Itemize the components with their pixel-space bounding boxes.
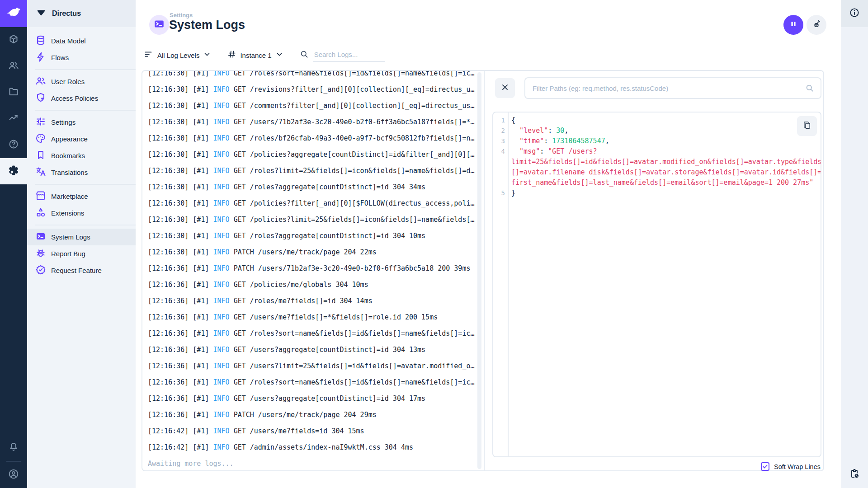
info-sidebar-collapsed bbox=[841, 0, 868, 488]
sidebar-item-label: Settings bbox=[51, 118, 75, 126]
log-list-scrollbar[interactable] bbox=[477, 72, 481, 469]
sidebar-item-data-model[interactable]: Data Model bbox=[27, 33, 136, 49]
log-row[interactable]: [12:16:36] [#1] INFO GET /roles/me?field… bbox=[148, 293, 476, 309]
sidebar-item-report-bug[interactable]: Report Bug bbox=[27, 245, 136, 262]
soft-wrap-label: Soft Wrap Lines bbox=[774, 463, 821, 470]
log-level-badge: INFO bbox=[213, 183, 230, 191]
log-row[interactable]: [12:16:36] [#1] INFO GET /users?aggregat… bbox=[148, 342, 476, 358]
project-name: Directus bbox=[52, 9, 81, 18]
broom-icon bbox=[811, 19, 821, 31]
project-header[interactable]: Directus bbox=[27, 0, 136, 27]
module-files[interactable] bbox=[0, 80, 27, 106]
log-row[interactable]: [12:16:36] [#1] INFO GET /users?limit=25… bbox=[148, 358, 476, 374]
logs-panel: [12:16:30] [#1] INFO GET /roles?sort=nam… bbox=[142, 70, 824, 471]
log-row[interactable]: [12:16:30] [#1] INFO GET /comments?filte… bbox=[148, 98, 476, 114]
log-level-filter[interactable]: All Log Levels bbox=[144, 49, 211, 61]
filter-paths-field bbox=[524, 77, 821, 99]
log-row[interactable]: [12:16:30] [#1] INFO GET /policies?limit… bbox=[148, 211, 476, 228]
directus-rabbit-icon bbox=[5, 5, 22, 23]
hash-icon bbox=[227, 50, 236, 61]
module-settings[interactable] bbox=[0, 158, 27, 184]
log-row[interactable]: [12:16:36] [#1] INFO PATCH /users/71b2af… bbox=[148, 260, 476, 277]
soft-wrap-toggle[interactable]: Soft Wrap Lines bbox=[761, 462, 821, 471]
activity-log-button[interactable] bbox=[841, 461, 868, 488]
log-row[interactable]: [12:16:36] [#1] INFO GET /users/me?field… bbox=[148, 309, 476, 325]
copy-icon bbox=[802, 121, 811, 131]
database-icon bbox=[35, 35, 46, 47]
pause-logs-button[interactable] bbox=[783, 15, 803, 35]
chevron-down-icon bbox=[203, 50, 211, 60]
log-row[interactable]: [12:16:30] [#1] INFO GET /policies?aggre… bbox=[148, 146, 476, 163]
sidebar-item-label: Data Model bbox=[51, 37, 86, 45]
sidebar-item-access-policies[interactable]: Access Policies bbox=[27, 90, 136, 107]
log-row[interactable]: [12:16:30] [#1] INFO GET /roles?aggregat… bbox=[148, 228, 476, 244]
module-users[interactable] bbox=[0, 53, 27, 80]
module-collections[interactable] bbox=[0, 27, 27, 53]
sidebar-item-bookmarks[interactable]: Bookmarks bbox=[27, 147, 136, 164]
sidebar-item-label: Extensions bbox=[51, 209, 84, 217]
activity-chart-icon bbox=[8, 113, 19, 125]
log-detail-code: 1{2 "level": 30,3 "time": 1731064587547,… bbox=[492, 112, 821, 457]
page-title: System Logs bbox=[169, 18, 245, 32]
log-level-badge: INFO bbox=[213, 362, 230, 370]
sidebar-item-flows[interactable]: Flows bbox=[27, 49, 136, 66]
log-row[interactable]: [12:16:36] [#1] INFO GET /users?aggregat… bbox=[148, 390, 476, 407]
code-line: 2 "level": 30, bbox=[493, 126, 821, 136]
clipboard-clock-icon bbox=[849, 468, 860, 481]
cube-icon bbox=[8, 34, 19, 47]
line-number bbox=[493, 157, 505, 167]
log-level-badge: INFO bbox=[213, 346, 230, 354]
log-row[interactable]: [12:16:30] [#1] INFO GET /policies?filte… bbox=[148, 195, 476, 211]
log-level-badge: INFO bbox=[213, 199, 230, 207]
user-menu-button[interactable] bbox=[0, 462, 27, 488]
line-number: 2 bbox=[493, 126, 505, 136]
code-line: 5} bbox=[493, 188, 821, 198]
sidebar-item-label: Access Policies bbox=[51, 94, 98, 102]
sidebar-item-user-roles[interactable]: User Roles bbox=[27, 73, 136, 90]
storefront-icon bbox=[35, 190, 46, 203]
log-level-badge: INFO bbox=[213, 232, 230, 240]
info-sidebar-toggle[interactable] bbox=[841, 0, 868, 27]
log-row[interactable]: [12:16:30] [#1] INFO GET /roles/bf26cfab… bbox=[148, 130, 476, 146]
log-row[interactable]: [12:16:42] [#1] INFO GET /admin/assets/i… bbox=[148, 439, 476, 455]
log-level-badge: INFO bbox=[213, 411, 230, 419]
line-number: 1 bbox=[493, 115, 505, 126]
log-level-badge: INFO bbox=[213, 102, 230, 110]
log-row[interactable]: [12:16:42] [#1] INFO GET /users/me?field… bbox=[148, 423, 476, 439]
log-row[interactable]: [12:16:36] [#1] INFO GET /roles?sort=nam… bbox=[148, 325, 476, 342]
log-level-badge: INFO bbox=[213, 216, 230, 224]
sidebar-item-extensions[interactable]: Extensions bbox=[27, 205, 136, 221]
close-detail-button[interactable] bbox=[495, 78, 515, 98]
sidebar-item-translations[interactable]: Translations bbox=[27, 164, 136, 181]
log-row[interactable]: [12:16:30] [#1] INFO GET /roles?sort=nam… bbox=[148, 71, 476, 81]
search-logs-input[interactable] bbox=[313, 49, 385, 62]
sidebar-item-system-logs[interactable]: System Logs bbox=[27, 229, 136, 245]
instance-filter[interactable]: Instance 1 bbox=[227, 50, 283, 61]
clear-logs-button[interactable] bbox=[807, 15, 826, 35]
filter-paths-input[interactable] bbox=[525, 84, 805, 92]
log-row[interactable]: [12:16:30] [#1] INFO PATCH /users/me/tra… bbox=[148, 244, 476, 260]
log-row[interactable]: [12:16:36] [#1] INFO GET /policies/me/gl… bbox=[148, 277, 476, 293]
bug-icon bbox=[35, 248, 46, 260]
directus-logo-button[interactable] bbox=[0, 0, 27, 27]
sidebar-item-request-feature[interactable]: Request Feature bbox=[27, 262, 136, 279]
module-help[interactable] bbox=[0, 132, 27, 158]
instance-filter-label: Instance 1 bbox=[240, 52, 271, 59]
log-row[interactable]: [12:16:30] [#1] INFO GET /roles?aggregat… bbox=[148, 179, 476, 195]
log-row[interactable]: [12:16:30] [#1] INFO GET /revisions?filt… bbox=[148, 81, 476, 98]
sidebar-item-marketplace[interactable]: Marketplace bbox=[27, 188, 136, 205]
notifications-button[interactable] bbox=[0, 435, 27, 461]
sidebar-item-appearance[interactable]: Appearance bbox=[27, 131, 136, 147]
log-detail-pane: 1{2 "level": 30,3 "time": 1731064587547,… bbox=[485, 71, 824, 470]
gear-icon bbox=[8, 165, 19, 178]
sidebar-item-settings[interactable]: Settings bbox=[27, 114, 136, 131]
log-row[interactable]: [12:16:30] [#1] INFO GET /users/71b2af3e… bbox=[148, 114, 476, 130]
code-line: limit=25&fields[]=id&fields[]=avatar.mod… bbox=[493, 157, 821, 167]
log-row[interactable]: [12:16:36] [#1] INFO GET /roles?sort=nam… bbox=[148, 374, 476, 390]
copy-json-button[interactable] bbox=[797, 116, 817, 136]
module-insights[interactable] bbox=[0, 106, 27, 132]
log-level-filter-label: All Log Levels bbox=[157, 52, 199, 59]
log-row[interactable]: [12:16:30] [#1] INFO GET /roles?limit=25… bbox=[148, 163, 476, 179]
log-row[interactable]: [12:16:36] [#1] INFO PATCH /users/me/tra… bbox=[148, 407, 476, 423]
log-level-badge: INFO bbox=[213, 313, 230, 321]
